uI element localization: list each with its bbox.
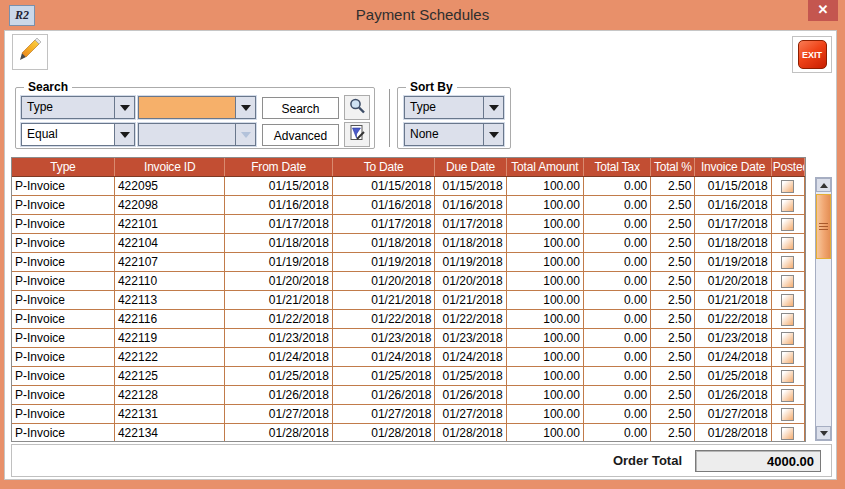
cell-invoice_id: 422119 — [114, 329, 224, 348]
edit-button[interactable] — [12, 34, 48, 70]
posted-checkbox[interactable] — [781, 237, 794, 250]
cell-invoice_id: 422107 — [114, 253, 224, 272]
cell-due_date: 01/27/2018 — [435, 405, 506, 424]
cell-posted — [771, 405, 804, 424]
table-row[interactable]: P-Invoice42212501/25/201801/25/201801/25… — [12, 367, 805, 386]
column-header-due_date[interactable]: Due Date — [435, 158, 506, 177]
search-operator-value: Equal — [22, 124, 114, 145]
cell-invoice_id: 422110 — [114, 272, 224, 291]
column-header-total_tax[interactable]: Total Tax — [583, 158, 650, 177]
cell-invoice_date: 01/22/2018 — [695, 310, 771, 329]
search-magnifier-button[interactable] — [344, 95, 370, 120]
cell-type: P-Invoice — [12, 329, 114, 348]
cell-type: P-Invoice — [12, 196, 114, 215]
table-row[interactable]: P-Invoice42212801/26/201801/26/201801/26… — [12, 386, 805, 405]
cell-posted — [771, 348, 804, 367]
table-row[interactable]: P-Invoice42213101/27/201801/27/201801/27… — [12, 405, 805, 424]
table-row[interactable]: P-Invoice42211601/22/201801/22/201801/22… — [12, 310, 805, 329]
posted-checkbox[interactable] — [781, 256, 794, 269]
table-row[interactable]: P-Invoice42212201/24/201801/24/201801/24… — [12, 348, 805, 367]
chevron-down-icon[interactable] — [114, 97, 134, 118]
posted-checkbox[interactable] — [781, 427, 794, 440]
posted-checkbox[interactable] — [781, 370, 794, 383]
cell-posted — [771, 177, 804, 196]
scrollbar-thumb[interactable] — [816, 194, 831, 259]
column-header-from_date[interactable]: From Date — [225, 158, 332, 177]
payment-schedules-window: R2 Payment Schedules ✕ — [0, 0, 845, 489]
search-legend: Search — [24, 80, 72, 94]
chevron-down-icon[interactable] — [483, 124, 503, 145]
table-row[interactable]: P-Invoice42211901/23/201801/23/201801/23… — [12, 329, 805, 348]
cell-type: P-Invoice — [12, 291, 114, 310]
sort-primary-select[interactable]: Type — [404, 96, 504, 119]
cell-total_tax: 0.00 — [583, 424, 650, 443]
posted-checkbox[interactable] — [781, 275, 794, 288]
cell-posted — [771, 196, 804, 215]
cell-invoice_date: 01/21/2018 — [695, 291, 771, 310]
cell-total_tax: 0.00 — [583, 329, 650, 348]
posted-checkbox[interactable] — [781, 408, 794, 421]
search-field-value: Type — [22, 97, 114, 118]
posted-checkbox[interactable] — [781, 180, 794, 193]
column-header-invoice_id[interactable]: Invoice ID — [114, 158, 224, 177]
table-row[interactable]: P-Invoice42209501/15/201801/15/201801/15… — [12, 177, 805, 196]
column-header-invoice_date[interactable]: Invoice Date — [695, 158, 771, 177]
cell-invoice_id: 422104 — [114, 234, 224, 253]
cell-total_tax: 0.00 — [583, 348, 650, 367]
posted-checkbox[interactable] — [781, 313, 794, 326]
exit-button[interactable]: EXIT — [792, 36, 832, 73]
cell-total_amount: 100.00 — [506, 234, 583, 253]
sort-secondary-select[interactable]: None — [404, 123, 504, 146]
column-header-type[interactable]: Type — [12, 158, 114, 177]
chevron-down-icon — [235, 124, 255, 145]
table-row[interactable]: P-Invoice42209801/16/201801/16/201801/16… — [12, 196, 805, 215]
posted-checkbox[interactable] — [781, 332, 794, 345]
cell-type: P-Invoice — [12, 234, 114, 253]
cell-invoice_date: 01/28/2018 — [695, 424, 771, 443]
cell-invoice_id: 422131 — [114, 405, 224, 424]
search-field-select[interactable]: Type — [21, 96, 135, 119]
search-criteria2-value — [139, 124, 235, 145]
cell-total_pct: 2.50 — [651, 424, 695, 443]
cell-from_date: 01/16/2018 — [225, 196, 332, 215]
cell-total_pct: 2.50 — [651, 215, 695, 234]
scroll-up-button[interactable] — [816, 178, 831, 192]
advanced-button[interactable]: Advanced — [262, 124, 339, 146]
chevron-down-icon[interactable] — [235, 97, 255, 118]
table-row[interactable]: P-Invoice42210401/18/201801/18/201801/18… — [12, 234, 805, 253]
search-criteria2-select — [138, 123, 256, 146]
table-row[interactable]: P-Invoice42211301/21/201801/21/201801/21… — [12, 291, 805, 310]
cell-due_date: 01/18/2018 — [435, 234, 506, 253]
column-header-total_amount[interactable]: Total Amount — [506, 158, 583, 177]
table-row[interactable]: P-Invoice42211001/20/201801/20/201801/20… — [12, 272, 805, 291]
column-header-total_pct[interactable]: Total % — [651, 158, 695, 177]
advanced-search-button[interactable] — [344, 122, 370, 147]
posted-checkbox[interactable] — [781, 294, 794, 307]
exit-icon: EXIT — [798, 40, 827, 69]
search-button[interactable]: Search — [262, 97, 339, 119]
table-row[interactable]: P-Invoice42210701/19/201801/19/201801/19… — [12, 253, 805, 272]
cell-posted — [771, 291, 804, 310]
posted-checkbox[interactable] — [781, 389, 794, 402]
cell-invoice_date: 01/16/2018 — [695, 196, 771, 215]
scroll-down-button[interactable] — [816, 426, 831, 440]
column-header-to_date[interactable]: To Date — [332, 158, 434, 177]
posted-checkbox[interactable] — [781, 218, 794, 231]
posted-checkbox[interactable] — [781, 351, 794, 364]
table-row[interactable]: P-Invoice42210101/17/201801/17/201801/17… — [12, 215, 805, 234]
vertical-scrollbar[interactable] — [815, 177, 832, 441]
chevron-down-icon[interactable] — [483, 97, 503, 118]
cell-invoice_date: 01/19/2018 — [695, 253, 771, 272]
column-header-posted[interactable]: Posted — [771, 158, 804, 177]
cell-due_date: 01/23/2018 — [435, 329, 506, 348]
schedule-table: TypeInvoice IDFrom DateTo DateDue DateTo… — [12, 158, 805, 442]
cell-due_date: 01/22/2018 — [435, 310, 506, 329]
table-row[interactable]: P-Invoice42213401/28/201801/28/201801/28… — [12, 424, 805, 443]
close-button[interactable]: ✕ — [808, 0, 838, 21]
search-criteria-select[interactable] — [138, 96, 256, 119]
posted-checkbox[interactable] — [781, 199, 794, 212]
cell-total_amount: 100.00 — [506, 424, 583, 443]
search-operator-select[interactable]: Equal — [21, 123, 135, 146]
cell-posted — [771, 253, 804, 272]
chevron-down-icon[interactable] — [114, 124, 134, 145]
